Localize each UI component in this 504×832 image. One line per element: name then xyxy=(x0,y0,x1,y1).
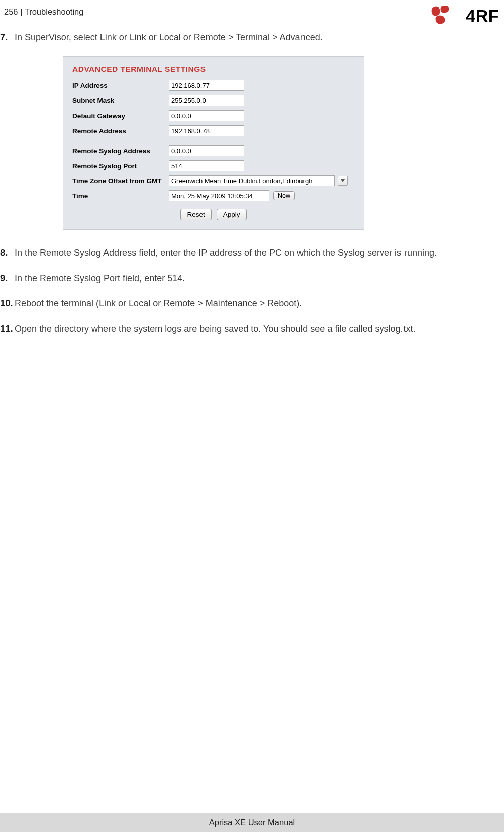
brand-text: 4RF xyxy=(466,6,499,26)
header-separator: | xyxy=(20,7,22,16)
step-9-number: 9. xyxy=(0,272,8,285)
page: 256 | Troubleshooting 4RF 7. In SuperVis… xyxy=(0,0,504,832)
input-syslog-addr[interactable] xyxy=(169,145,244,156)
label-gateway: Default Gateway xyxy=(72,112,169,120)
row-gap xyxy=(72,140,355,145)
logo-icon xyxy=(430,6,451,25)
step-7-number: 7. xyxy=(0,31,8,44)
apply-button[interactable]: Apply xyxy=(217,209,247,220)
now-button[interactable]: Now xyxy=(273,191,295,200)
input-mask[interactable] xyxy=(169,95,244,106)
step-8: 8. In the Remote Syslog Address field, e… xyxy=(0,247,504,259)
step-8-number: 8. xyxy=(0,247,8,259)
row-mask: Subnet Mask xyxy=(72,95,355,106)
step-11: 11. Open the directory where the system … xyxy=(0,323,504,335)
select-timezone[interactable]: Greenwich Mean Time Dublin,London,Edinbu… xyxy=(169,175,335,186)
label-syslog-port: Remote Syslog Port xyxy=(72,162,169,170)
input-gateway[interactable] xyxy=(169,110,244,121)
reset-button[interactable]: Reset xyxy=(180,209,211,220)
row-ip: IP Address xyxy=(72,80,355,91)
input-time[interactable] xyxy=(169,190,269,201)
label-mask: Subnet Mask xyxy=(72,97,169,105)
chevron-down-icon[interactable] xyxy=(338,176,348,186)
label-time: Time xyxy=(72,192,169,200)
step-8-text: In the Remote Syslog Address field, ente… xyxy=(15,248,437,258)
step-7: 7. In SuperVisor, select Link or Link or… xyxy=(0,31,504,43)
step-10: 10. Reboot the terminal (Link or Local o… xyxy=(0,297,504,309)
row-syslog-addr: Remote Syslog Address xyxy=(72,145,355,156)
settings-panel-inner: ADVANCED TERMINAL SETTINGS IP Address Su… xyxy=(63,57,364,229)
step-11-text: Open the directory where the system logs… xyxy=(15,324,415,334)
panel-title: ADVANCED TERMINAL SETTINGS xyxy=(72,65,355,74)
input-syslog-port[interactable] xyxy=(169,160,244,171)
label-timezone: Time Zone Offset from GMT xyxy=(72,177,169,185)
step-10-number: 10. xyxy=(0,297,13,310)
brand-logo: 4RF xyxy=(430,4,499,26)
section-title: Troubleshooting xyxy=(25,7,84,16)
header-left: 256 | Troubleshooting xyxy=(4,7,83,17)
row-time: Time Now xyxy=(72,190,355,201)
label-syslog-addr: Remote Syslog Address xyxy=(72,147,169,155)
step-7-text: In SuperVisor, select Link or Link or Lo… xyxy=(15,32,323,42)
step-9-text: In the Remote Syslog Port field, enter 5… xyxy=(15,273,185,283)
label-remote: Remote Address xyxy=(72,127,169,135)
footer-text: Aprisa XE User Manual xyxy=(209,818,295,827)
input-remote[interactable] xyxy=(169,125,244,136)
page-header: 256 | Troubleshooting 4RF xyxy=(0,5,504,27)
row-gateway: Default Gateway xyxy=(72,110,355,121)
row-syslog-port: Remote Syslog Port xyxy=(72,160,355,171)
row-remote: Remote Address xyxy=(72,125,355,136)
button-row: Reset Apply xyxy=(72,209,355,220)
label-ip: IP Address xyxy=(72,82,169,90)
page-footer: Aprisa XE User Manual xyxy=(0,813,504,832)
content-area: 7. In SuperVisor, select Link or Link or… xyxy=(0,31,504,348)
page-number: 256 xyxy=(4,7,18,16)
step-10-text: Reboot the terminal (Link or Local or Re… xyxy=(15,298,302,308)
step-11-number: 11. xyxy=(0,323,13,335)
step-9: 9. In the Remote Syslog Port field, ente… xyxy=(0,272,504,284)
input-ip[interactable] xyxy=(169,80,244,91)
select-timezone-value: Greenwich Mean Time Dublin,London,Edinbu… xyxy=(171,177,312,185)
row-timezone: Time Zone Offset from GMT Greenwich Mean… xyxy=(72,175,355,186)
settings-panel: ADVANCED TERMINAL SETTINGS IP Address Su… xyxy=(63,56,364,230)
